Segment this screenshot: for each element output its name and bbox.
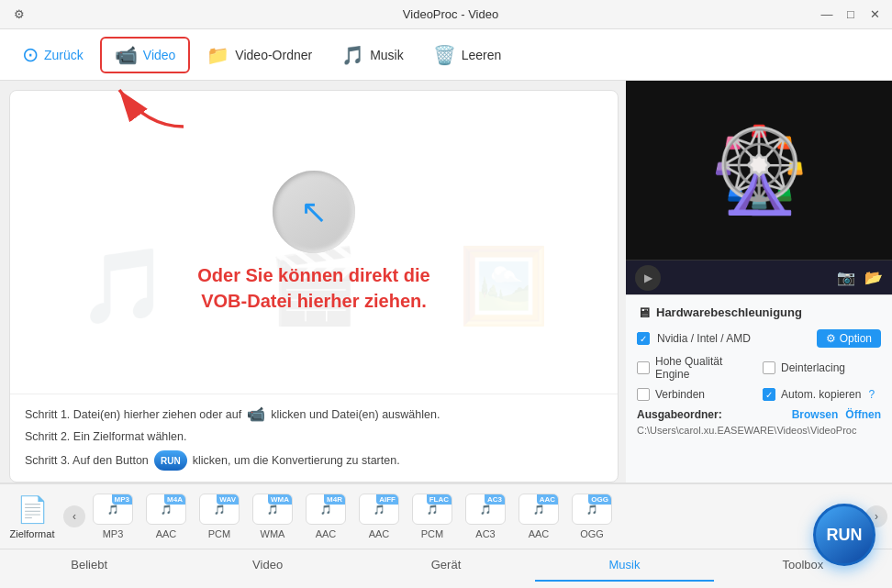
output-folder-row: Ausgabeordner: Browsen Öffnen C:\Users\c… <box>637 408 881 436</box>
format-icon-ac3: 🎵 AC3 <box>465 494 506 525</box>
drop-center: ↖ Oder Sie können direkt die VOB-Datei h… <box>185 171 442 314</box>
run-button[interactable]: RUN <box>813 504 875 566</box>
tab-musik[interactable]: Musik <box>535 549 713 582</box>
format-icon-mp3: 🎵 MP3 <box>93 494 133 525</box>
hw-title-text: Hardwarebeschleunigung <box>656 305 802 319</box>
tab-video[interactable]: Video <box>178 549 356 582</box>
window-title: VideoProc - Video <box>83 7 819 21</box>
verbinden-label: Verbinden <box>655 388 705 401</box>
zielformat-button: 📄 Zielformat <box>5 494 60 539</box>
title-bar: ⚙ VideoProc - Video — □ ✕ <box>0 0 892 29</box>
format-icon-m4a: 🎵 M4A <box>146 494 186 525</box>
browsen-link[interactable]: Browsen <box>792 408 839 421</box>
format-item-aiff[interactable]: 🎵 AIFF AAC <box>355 494 403 539</box>
back-icon: ⊙ <box>22 43 39 67</box>
format-tabs-row: 📄 Zielformat ‹ 🎵 MP3 MP3 <box>0 484 892 549</box>
offnen-link[interactable]: Öffnen <box>845 408 881 421</box>
left-panel: 🎵 🎬 🖼️ ↖ Oder Sie können direkt die VOB-… <box>0 81 626 483</box>
deinterlacing-label: Deinterlacing <box>781 361 845 374</box>
format-item-m4a[interactable]: 🎵 M4A AAC <box>142 494 190 539</box>
video-button[interactable]: 📹 Video <box>100 37 191 73</box>
reel-icon: 🎡 <box>708 122 810 218</box>
format-item-ogg[interactable]: 🎵 OGG OGG <box>568 494 616 539</box>
hohe-qualitat-option: Hohe Qualität Engine <box>637 355 755 381</box>
preview-area: 🎡 <box>626 81 892 260</box>
format-icon-aiff: 🎵 AIFF <box>359 494 399 525</box>
window-controls: — □ ✕ <box>819 6 883 23</box>
gear-icon: ⚙ <box>826 332 836 345</box>
video-folder-label: Video-Ordner <box>235 48 312 62</box>
format-items-container: 🎵 MP3 MP3 🎵 M4A AAC 🎵 <box>89 494 862 539</box>
maximize-button[interactable]: □ <box>842 6 859 23</box>
close-button[interactable]: ✕ <box>866 6 883 23</box>
clear-icon: 🗑️ <box>433 44 456 66</box>
option-label: Option <box>840 332 872 345</box>
drop-zone[interactable]: 🎵 🎬 🖼️ ↖ Oder Sie können direkt die VOB-… <box>9 90 619 483</box>
play-button[interactable]: ▶ <box>635 265 661 291</box>
content-row: 🎵 🎬 🖼️ ↖ Oder Sie können direkt die VOB-… <box>0 81 892 483</box>
screenshot-icon[interactable]: 📷 <box>837 269 855 286</box>
zielformat-icon: 📄 <box>17 494 49 525</box>
output-links: Browsen Öffnen <box>792 408 881 421</box>
autom-kopieren-option: Autom. kopieren ? <box>763 388 881 401</box>
preview-controls: ▶ 📷 📂 <box>626 260 892 294</box>
drop-circle: ↖ <box>273 171 355 253</box>
zielformat-label: Zielformat <box>10 528 55 539</box>
format-item-wav[interactable]: 🎵 WAV PCM <box>195 494 243 539</box>
nvidia-checkbox[interactable] <box>637 332 650 345</box>
format-icon-flac: 🎵 FLAC <box>412 494 452 525</box>
tab-beliebt[interactable]: Beliebt <box>0 549 178 582</box>
hw-options-grid: Hohe Qualität Engine Deinterlacing Verbi… <box>637 355 881 401</box>
music-label: Musik <box>370 48 404 62</box>
back-button[interactable]: ⊙ Zurück <box>9 38 96 72</box>
tab-gerat[interactable]: Gerät <box>357 549 535 582</box>
option-button[interactable]: ⚙ Option <box>817 329 881 348</box>
format-item-mp3[interactable]: 🎵 MP3 MP3 <box>89 494 137 539</box>
app-window: ⚙ VideoProc - Video — □ ✕ ⊙ Zurück 📹 Vid… <box>0 0 892 588</box>
hw-panel: 🖥 Hardwarebeschleunigung Nvidia / Intel … <box>626 294 892 483</box>
upload-arrow-icon: ↖ <box>300 193 328 231</box>
format-prev-button[interactable]: ‹ <box>63 505 85 527</box>
clear-label: Leeren <box>462 48 502 62</box>
category-tabs: Beliebt Video Gerät Musik Toolbox <box>0 549 892 582</box>
video-folder-button[interactable]: 📁 Video-Ordner <box>194 39 325 72</box>
bottom-bar: 📄 Zielformat ‹ 🎵 MP3 MP3 <box>0 483 892 588</box>
format-icon-wav: 🎵 WAV <box>199 494 240 525</box>
verbinden-option: Verbinden <box>637 388 755 401</box>
drop-main-area: ↖ Oder Sie können direkt die VOB-Datei h… <box>10 91 618 394</box>
format-icon-aac: 🎵 AAC <box>518 494 559 525</box>
hohe-qualitat-checkbox[interactable] <box>637 361 650 374</box>
clear-button[interactable]: 🗑️ Leeren <box>420 39 515 72</box>
autom-kopieren-help[interactable]: ? <box>868 388 875 401</box>
minimize-button[interactable]: — <box>819 6 835 23</box>
video-icon: 📹 <box>115 44 138 66</box>
format-item-m4r[interactable]: 🎵 M4R AAC <box>302 494 350 539</box>
drop-instruction-text: Oder Sie können direkt die VOB-Datei hie… <box>185 262 442 314</box>
hohe-qualitat-label: Hohe Qualität Engine <box>655 355 755 381</box>
folder-open-icon[interactable]: 📂 <box>864 269 883 286</box>
verbinden-checkbox[interactable] <box>637 388 650 401</box>
deinterlacing-checkbox[interactable] <box>763 361 775 374</box>
back-label: Zurück <box>44 48 84 62</box>
main-content: 🎵 🎬 🖼️ ↖ Oder Sie können direkt die VOB-… <box>0 81 892 588</box>
hw-icon: 🖥 <box>637 305 651 320</box>
autom-kopieren-checkbox[interactable] <box>763 388 775 401</box>
nvidia-row: Nvidia / Intel / AMD ⚙ Option <box>637 329 881 348</box>
format-item-aac[interactable]: 🎵 AAC AAC <box>515 494 563 539</box>
format-item-flac[interactable]: 🎵 FLAC PCM <box>408 494 456 539</box>
format-item-wma[interactable]: 🎵 WMA WMA <box>249 494 296 539</box>
option-btn-container: ⚙ Option <box>817 329 881 348</box>
deinterlacing-option: Deinterlacing <box>763 355 881 381</box>
hw-title: 🖥 Hardwarebeschleunigung <box>637 305 881 320</box>
format-icon-wma: 🎵 WMA <box>252 494 293 525</box>
output-path: C:\Users\carol.xu.EASEWARE\Videos\VideoP… <box>637 425 881 436</box>
folder-icon: 📁 <box>206 44 229 66</box>
settings-button[interactable]: ⚙ <box>9 5 29 25</box>
format-item-ac3[interactable]: 🎵 AC3 AC3 <box>462 494 509 539</box>
toolbar: ⊙ Zurück 📹 Video 📁 Video-Ordner 🎵 Musik … <box>0 29 892 81</box>
ausgabeordner-label: Ausgabeordner: <box>637 408 722 421</box>
music-button[interactable]: 🎵 Musik <box>329 39 417 72</box>
output-label: Ausgabeordner: Browsen Öffnen <box>637 408 881 421</box>
format-icon-m4r: 🎵 M4R <box>306 494 346 525</box>
autom-kopieren-label: Autom. kopieren <box>781 388 861 401</box>
